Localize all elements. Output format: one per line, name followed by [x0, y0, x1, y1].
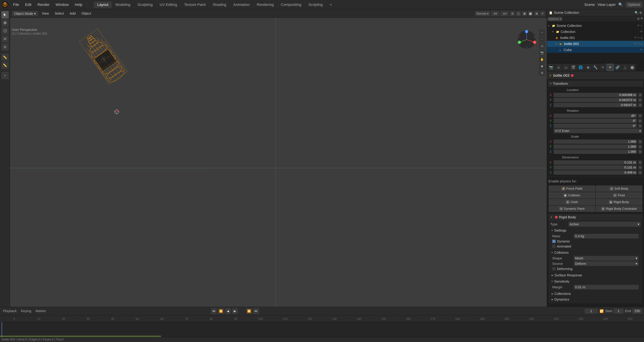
prop-physics-icon[interactable]: ⚛ — [606, 64, 614, 71]
tree-cube[interactable]: △ Cube 👁 — [547, 47, 644, 53]
rot-z-input[interactable]: 0° — [554, 124, 637, 128]
zoom-fit-btn[interactable]: ⊡ — [539, 43, 545, 49]
play-btn[interactable]: ▶ — [232, 308, 238, 314]
prop-particles-icon[interactable]: ✦ — [599, 64, 606, 71]
object-mode-selector[interactable]: Object Mode ▾ — [12, 11, 38, 16]
rot-x-copy[interactable]: ⧉ — [638, 114, 642, 118]
tree-collection[interactable]: ▾ 📁 Collection 👁 — [547, 29, 644, 35]
scale-y-input[interactable]: 1.000 — [554, 145, 637, 149]
material-shading[interactable]: ◑ — [534, 11, 539, 16]
dim-y-input[interactable]: 0.131 m — [554, 165, 637, 170]
rotate-tool[interactable] — [1, 27, 9, 35]
prop-output-icon[interactable]: 🖨 — [555, 64, 562, 71]
loc-x-input[interactable]: 0.000398 m — [554, 93, 637, 97]
animated-checkbox[interactable] — [552, 245, 556, 248]
prev-frame-btn[interactable]: ◀ — [225, 308, 231, 314]
add-tool[interactable]: + — [1, 72, 9, 79]
rb-type-select[interactable]: Active ▾ — [568, 222, 641, 227]
rot-y-input[interactable]: 0° — [554, 119, 637, 123]
render-region-btn[interactable]: ⊞ — [539, 70, 545, 76]
dim-y-copy[interactable]: ⧉ — [638, 165, 642, 170]
physics-force-field-btn[interactable]: ⚡ Force Field — [548, 185, 595, 192]
transform-tool[interactable] — [1, 43, 9, 51]
wireframe-shading[interactable]: ▣ — [522, 11, 527, 16]
view-menu[interactable]: View — [40, 11, 51, 16]
transform-section-header[interactable]: ▼ Transform — [548, 81, 643, 87]
loc-z-input[interactable]: 0.59247 m — [554, 103, 637, 107]
tl-playback-label[interactable]: Playback — [2, 309, 18, 313]
scale-tool[interactable] — [1, 35, 9, 43]
tab-uv-editing[interactable]: UV Editing — [156, 2, 180, 8]
tab-rendering[interactable]: Rendering — [254, 2, 277, 8]
prop-data-icon[interactable]: △ — [621, 64, 628, 71]
solid-shading[interactable]: ⬤ — [528, 11, 533, 16]
prop-world-icon[interactable]: 🌐 — [577, 64, 584, 71]
eye-icon[interactable]: 👁 — [637, 24, 640, 27]
outliner-options-btn[interactable]: ⚙ — [639, 11, 642, 15]
rendered-shading[interactable]: ☀ — [540, 11, 545, 16]
next-keyframe-btn[interactable]: ⏩ — [246, 308, 252, 314]
global-dropdown[interactable]: ⊕▾ — [491, 11, 500, 16]
timeline-tracks[interactable] — [0, 322, 644, 337]
select-menu[interactable]: Select — [53, 11, 66, 16]
rot-x-input[interactable]: 45° — [554, 114, 637, 118]
eye-icon-b003[interactable]: 👁 — [634, 42, 637, 46]
outliner-filter-btn[interactable]: 🔍 — [634, 11, 638, 15]
global-search-btn[interactable]: 🔍 — [618, 3, 623, 7]
eye-icon-b001[interactable]: 👁 — [634, 36, 637, 40]
object-menu[interactable]: Object — [79, 11, 93, 16]
menu-file[interactable]: File — [12, 2, 20, 8]
rigid-body-header[interactable]: ▼ Rigid Body — [548, 214, 642, 220]
prop-object-icon[interactable]: ◉ — [584, 64, 592, 71]
tl-marker-label[interactable]: Marker — [34, 309, 47, 313]
tab-compositing[interactable]: Compositing — [278, 2, 304, 8]
tab-shading[interactable]: Shading — [209, 2, 230, 8]
menu-window[interactable]: Window — [54, 2, 70, 8]
physics-cloth-btn[interactable]: ⊞ Cloth — [548, 199, 595, 205]
deforming-checkbox[interactable] — [552, 267, 556, 270]
dim-z-input[interactable]: 0.449 m — [554, 170, 637, 175]
tree-bottle001[interactable]: ◉ bottle.001 👁 ⚛ ⊕ — [547, 35, 644, 41]
rot-z-copy[interactable]: ⧉ — [638, 124, 642, 128]
current-frame-input[interactable]: 1 — [584, 309, 598, 314]
link-icon-b001[interactable]: ⊕ — [640, 36, 643, 40]
scale-z-copy[interactable]: ⧉ — [638, 150, 642, 154]
zoom-out-btn[interactable]: − — [539, 36, 545, 42]
collections-row[interactable]: ▶ Collections — [550, 291, 641, 296]
cursor-tool[interactable] — [1, 11, 9, 19]
measure-tool[interactable]: 📏 — [1, 62, 9, 69]
margin-input[interactable]: 0.01 m — [574, 285, 639, 289]
loc-y-input[interactable]: 0.041572 m — [554, 98, 637, 102]
camera-view-btn[interactable]: 📷 — [539, 50, 545, 56]
menu-edit[interactable]: Edit — [24, 2, 33, 8]
tab-animation[interactable]: Animation — [230, 2, 253, 8]
menu-render[interactable]: Render — [36, 2, 51, 8]
viewport-overlay-dropdown[interactable]: ◎▾ — [500, 11, 509, 16]
physics-collision-btn[interactable]: ◼ Collision — [548, 192, 595, 199]
rb-collisions-header[interactable]: ▼ Collisions — [550, 250, 641, 255]
dim-z-copy[interactable]: ⧉ — [638, 170, 642, 175]
tab-sculpting[interactable]: Sculpting — [134, 2, 156, 8]
dynamic-checkbox[interactable]: ✓ — [552, 240, 556, 243]
navigation-gizmo[interactable]: Z X Y — [516, 30, 537, 50]
rb-settings-header[interactable]: ▼ Settings — [550, 228, 641, 233]
prop-view-icon[interactable]: 🗂 — [562, 64, 569, 71]
eye-icon-col[interactable]: 👁 — [640, 30, 643, 33]
surface-response-row[interactable]: ▶ Surface Response — [550, 272, 641, 278]
physics-rb-constraint-btn[interactable]: ⊕ Rigid Body Constraint — [596, 206, 642, 212]
move-tool[interactable] — [1, 19, 9, 27]
physics-fluid-btn[interactable]: ≋ Fluid — [596, 192, 642, 199]
scale-x-copy[interactable]: ⧉ — [638, 139, 642, 144]
outliner-visibility-btn[interactable]: 👁 — [640, 17, 643, 21]
tree-scene-collection[interactable]: ▾ 📁 Scene Collection 👁 ↖ — [547, 23, 644, 29]
zoom-in-btn[interactable]: + — [539, 30, 545, 36]
link-icon-b003[interactable]: ⊕ — [640, 42, 643, 46]
prop-scene-icon[interactable]: 🎬 — [570, 64, 577, 71]
prev-keyframe-btn[interactable]: ⏪ — [218, 308, 224, 314]
prop-modifier-icon[interactable]: 🔧 — [592, 64, 599, 71]
dynamics-row[interactable]: ▶ Dynamics — [550, 296, 641, 302]
tree-bottle003[interactable]: ▾ ◉ bottle.003 👁 ⚛ ⊕ — [547, 41, 644, 47]
scale-x-input[interactable]: 1.000 — [554, 139, 637, 144]
physics-soft-body-btn[interactable]: ◎ Soft Body — [596, 185, 642, 192]
end-frame-input[interactable]: 250 — [632, 309, 642, 314]
